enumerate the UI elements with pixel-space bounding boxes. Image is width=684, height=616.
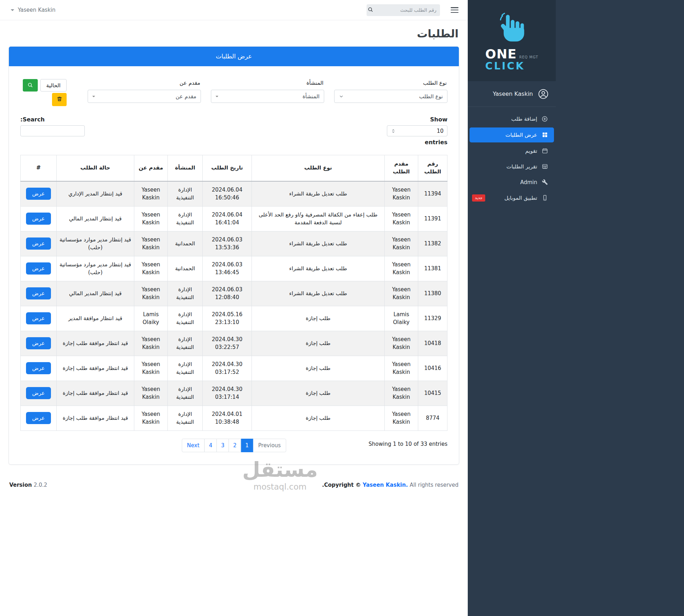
requester-cell: Yaseen Kaskin	[385, 356, 418, 381]
request-id-cell: 11391	[418, 206, 447, 231]
request-date-cell: 2024.04.30 03:17:14	[203, 381, 252, 406]
request-type-cell: طلب إعفاء من الكفالة المصرفية و/او رفع ا…	[252, 206, 385, 231]
requests-table-body: 11394 Yaseen Kaskin طلب تعديل طريقة الشر…	[21, 181, 447, 431]
request-id-cell: 10416	[418, 356, 447, 381]
request-date-cell: 2024.06.03 13:46:45	[203, 256, 252, 281]
table-search-label: Search:	[20, 116, 45, 123]
pagination-next[interactable]: Next	[182, 439, 205, 452]
sidebar-item[interactable]: إضافة طلب	[468, 111, 556, 127]
facility-select[interactable]: المنشأة	[211, 90, 324, 103]
pagination-previous[interactable]: Previous	[253, 439, 286, 452]
header-actions[interactable]: #	[21, 155, 57, 181]
request-date-cell: 2024.04.30 03:22:57	[203, 331, 252, 356]
status-cell: قيد إنتظار المدير المالي	[57, 281, 134, 306]
page-length-select[interactable]: 10	[387, 125, 447, 136]
sidebar: ONE REQ MGT CLICK Yaseen Kaskin إضافة طل…	[468, 0, 684, 616]
pagination: Previous 1234Next	[182, 439, 286, 452]
copyright-text: .Copyright © Yaseen Kaskin. All rights r…	[322, 482, 458, 488]
menu-toggle-button[interactable]	[451, 7, 458, 13]
request-id-cell: 11329	[418, 306, 447, 331]
apply-filter-button[interactable]	[23, 79, 38, 92]
pagination-page-3[interactable]: 3	[217, 439, 229, 452]
sidebar-item-label: تطبيق الموبايل	[504, 195, 537, 201]
view-button[interactable]: عرض	[26, 213, 51, 225]
sidebar-user-name: Yaseen Kaskin	[493, 90, 533, 97]
facility-cell: الحمدانية	[168, 231, 203, 256]
current-filter-button[interactable]: الحالية	[40, 79, 67, 92]
panel-header: عرض الطلبات	[9, 47, 459, 66]
requester-cell: Yaseen Kaskin	[385, 206, 418, 231]
view-button[interactable]: عرض	[26, 237, 51, 250]
table-search-input[interactable]	[20, 125, 85, 136]
copyright-author-link[interactable]: Yaseen Kaskin.	[363, 482, 408, 488]
caret-down-icon	[216, 96, 218, 99]
app-logo: ONE REQ MGT CLICK	[468, 0, 556, 81]
request-type-cell: طلب إجازة	[252, 306, 385, 331]
header-request-number[interactable]: رقم الطلب	[418, 155, 447, 181]
status-cell: قيد إنتظار المدير المالي	[57, 206, 134, 231]
submitted-for-select[interactable]: مقدم عن	[88, 90, 201, 103]
view-button[interactable]: عرض	[26, 387, 51, 399]
order-search-input[interactable]	[374, 7, 440, 13]
header-submitted-for[interactable]: مقدم عن	[134, 155, 168, 181]
facility-cell: الإدارة التنفيذية	[168, 331, 203, 356]
header-request-type[interactable]: نوع الطلب	[252, 155, 385, 181]
sidebar-item-label: عرض الطلبات	[506, 132, 537, 138]
header-request-date[interactable]: تاريخ الطلب	[203, 155, 252, 181]
actions-cell: عرض	[21, 306, 57, 331]
view-button[interactable]: عرض	[26, 312, 51, 324]
table-info: Showing 1 to 10 of 33 entries	[368, 441, 447, 447]
table-row: 10416 Yaseen Kaskin طلب إجازة 2024.04.30…	[21, 356, 447, 381]
request-type-cell: طلب إجازة	[252, 331, 385, 356]
request-type-cell: طلب إجازة	[252, 356, 385, 381]
table-row: 11381 Yaseen Kaskin طلب تعديل طريقة الشر…	[21, 256, 447, 281]
chevron-down-icon	[339, 94, 344, 99]
sidebar-item[interactable]: Admin	[468, 174, 556, 190]
actions-cell: عرض	[21, 256, 57, 281]
actions-cell: عرض	[21, 381, 57, 406]
table-footer: Showing 1 to 10 of 33 entries Previous 1…	[20, 439, 447, 455]
sidebar-item[interactable]: عرض الطلبات	[470, 127, 554, 142]
header-status[interactable]: حالة الطلب	[57, 155, 134, 181]
request-type-cell: طلب تعديل طريقة الشراء	[252, 281, 385, 306]
topbar-user-dropdown[interactable]: Yaseen Kaskin	[11, 7, 56, 13]
request-id-cell: 10418	[418, 331, 447, 356]
actions-cell: عرض	[21, 356, 57, 381]
request-id-cell: 11382	[418, 231, 447, 256]
pagination-page-1[interactable]: 1	[241, 439, 253, 452]
header-facility[interactable]: المنشأة	[168, 155, 203, 181]
requester-cell: Yaseen Kaskin	[385, 406, 418, 430]
search-submit-button[interactable]	[367, 4, 374, 16]
actions-cell: عرض	[21, 181, 57, 207]
submitted-for-cell: Yaseen Kaskin	[134, 206, 168, 231]
clear-filter-button[interactable]	[52, 93, 67, 106]
pagination-page-2[interactable]: 2	[229, 439, 241, 452]
sidebar-item[interactable]: تطبيق الموبايل جديد	[468, 190, 556, 206]
sidebar-item[interactable]: تقرير الطلبات	[468, 159, 556, 174]
view-button[interactable]: عرض	[26, 287, 51, 299]
request-type-cell: طلب تعديل طريقة الشراء	[252, 256, 385, 281]
pagination-page-4[interactable]: 4	[204, 439, 217, 452]
mobile-app-icon	[542, 195, 548, 201]
trash-icon	[57, 96, 62, 103]
requester-cell: Yaseen Kaskin	[385, 331, 418, 356]
requester-cell: Yaseen Kaskin	[385, 381, 418, 406]
request-id-cell: 11380	[418, 281, 447, 306]
view-button[interactable]: عرض	[26, 412, 51, 424]
view-button[interactable]: عرض	[26, 362, 51, 374]
header-requester[interactable]: مقدم الطلب	[385, 155, 418, 181]
view-button[interactable]: عرض	[26, 337, 51, 349]
facility-cell: الإدارة التنفيذية	[168, 356, 203, 381]
view-button[interactable]: عرض	[26, 188, 51, 200]
version-text: Version2.0.2	[9, 482, 47, 488]
status-cell: قيد انتظار موافقة المدير	[57, 306, 134, 331]
sidebar-menu: إضافة طلب عرض الطلبات تقويم تقرير الطلبا…	[468, 107, 556, 210]
request-type-select[interactable]: نوع الطلب	[334, 90, 447, 103]
avatar-icon	[538, 89, 549, 99]
submitted-for-cell: Yaseen Kaskin	[134, 381, 168, 406]
sidebar-item[interactable]: تقويم	[468, 143, 556, 159]
actions-cell: عرض	[21, 331, 57, 356]
view-button[interactable]: عرض	[26, 262, 51, 275]
topbar-user-name: Yaseen Kaskin	[18, 7, 56, 13]
datatable-controls: Show 10 entries Search:	[20, 116, 447, 146]
